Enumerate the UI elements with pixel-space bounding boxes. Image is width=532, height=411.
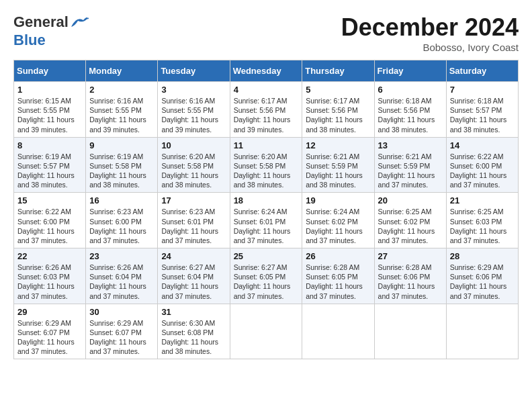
calendar-cell — [374, 304, 446, 359]
day-info: Sunrise: 6:29 AMSunset: 6:07 PMDaylight:… — [89, 319, 146, 356]
calendar-cell: 17 Sunrise: 6:23 AMSunset: 6:01 PMDaylig… — [158, 193, 230, 248]
day-number: 14 — [450, 140, 515, 150]
calendar-cell: 21 Sunrise: 6:25 AMSunset: 6:03 PMDaylig… — [446, 193, 518, 248]
calendar-cell: 30 Sunrise: 6:29 AMSunset: 6:07 PMDaylig… — [86, 304, 158, 359]
calendar-cell — [302, 304, 374, 359]
calendar-cell: 11 Sunrise: 6:20 AMSunset: 5:58 PMDaylig… — [230, 137, 302, 193]
day-info: Sunrise: 6:16 AMSunset: 5:55 PMDaylight:… — [161, 97, 218, 134]
day-info: Sunrise: 6:15 AMSunset: 5:55 PMDaylight:… — [17, 97, 75, 134]
day-info: Sunrise: 6:21 AMSunset: 5:59 PMDaylight:… — [378, 152, 435, 189]
day-info: Sunrise: 6:23 AMSunset: 6:00 PMDaylight:… — [89, 208, 146, 244]
weekday-header-tuesday: Tuesday — [158, 60, 230, 82]
calendar-cell: 29 Sunrise: 6:29 AMSunset: 6:07 PMDaylig… — [14, 304, 86, 359]
day-number: 3 — [161, 85, 226, 95]
day-info: Sunrise: 6:18 AMSunset: 5:56 PMDaylight:… — [378, 97, 435, 134]
calendar-cell: 16 Sunrise: 6:23 AMSunset: 6:00 PMDaylig… — [86, 193, 158, 248]
calendar-cell: 3 Sunrise: 6:16 AMSunset: 5:55 PMDayligh… — [158, 82, 230, 138]
logo-text-row: General — [13, 13, 89, 31]
calendar-cell: 22 Sunrise: 6:26 AMSunset: 6:03 PMDaylig… — [14, 248, 86, 304]
day-info: Sunrise: 6:22 AMSunset: 6:00 PMDaylight:… — [17, 208, 75, 244]
weekday-header-monday: Monday — [86, 60, 158, 82]
day-info: Sunrise: 6:16 AMSunset: 5:55 PMDaylight:… — [89, 97, 146, 134]
calendar-week-row: 1 Sunrise: 6:15 AMSunset: 5:55 PMDayligh… — [14, 82, 519, 138]
bird-icon — [70, 15, 89, 30]
logo-general-text: General — [13, 13, 69, 31]
calendar-cell: 8 Sunrise: 6:19 AMSunset: 5:57 PMDayligh… — [14, 137, 86, 193]
calendar-week-row: 8 Sunrise: 6:19 AMSunset: 5:57 PMDayligh… — [14, 137, 519, 193]
calendar-body: 1 Sunrise: 6:15 AMSunset: 5:55 PMDayligh… — [14, 82, 519, 359]
logo-blue-label: Blue — [13, 32, 46, 49]
title-area: December 2024 Bobosso, Ivory Coast — [341, 13, 519, 53]
calendar-cell: 19 Sunrise: 6:24 AMSunset: 6:02 PMDaylig… — [302, 193, 374, 248]
calendar-table: SundayMondayTuesdayWednesdayThursdayFrid… — [13, 60, 519, 359]
calendar-cell: 6 Sunrise: 6:18 AMSunset: 5:56 PMDayligh… — [374, 82, 446, 138]
day-number: 5 — [306, 85, 370, 95]
day-info: Sunrise: 6:23 AMSunset: 6:01 PMDaylight:… — [161, 208, 218, 244]
day-number: 18 — [234, 195, 299, 205]
calendar-cell: 4 Sunrise: 6:17 AMSunset: 5:56 PMDayligh… — [230, 82, 302, 138]
day-number: 30 — [89, 307, 154, 317]
day-info: Sunrise: 6:29 AMSunset: 6:07 PMDaylight:… — [17, 319, 75, 356]
calendar-cell: 12 Sunrise: 6:21 AMSunset: 5:59 PMDaylig… — [302, 137, 374, 193]
day-number: 7 — [450, 85, 515, 95]
day-number: 11 — [234, 140, 299, 150]
calendar-cell: 27 Sunrise: 6:28 AMSunset: 6:06 PMDaylig… — [374, 248, 446, 304]
day-number: 19 — [306, 195, 370, 205]
weekday-header-thursday: Thursday — [302, 60, 374, 82]
day-number: 2 — [89, 85, 154, 95]
day-number: 10 — [161, 140, 226, 150]
day-info: Sunrise: 6:24 AMSunset: 6:02 PMDaylight:… — [306, 208, 363, 244]
logo: General Blue — [13, 13, 89, 49]
day-number: 27 — [378, 251, 443, 261]
calendar-cell: 25 Sunrise: 6:27 AMSunset: 6:05 PMDaylig… — [230, 248, 302, 304]
day-info: Sunrise: 6:27 AMSunset: 6:05 PMDaylight:… — [234, 263, 291, 300]
day-info: Sunrise: 6:22 AMSunset: 6:00 PMDaylight:… — [450, 152, 507, 189]
day-info: Sunrise: 6:20 AMSunset: 5:58 PMDaylight:… — [161, 152, 218, 189]
day-info: Sunrise: 6:25 AMSunset: 6:03 PMDaylight:… — [450, 208, 507, 244]
day-info: Sunrise: 6:29 AMSunset: 6:06 PMDaylight:… — [450, 263, 507, 300]
day-info: Sunrise: 6:28 AMSunset: 6:06 PMDaylight:… — [378, 263, 435, 300]
day-number: 15 — [17, 195, 82, 205]
day-number: 1 — [17, 85, 82, 95]
day-info: Sunrise: 6:17 AMSunset: 5:56 PMDaylight:… — [306, 97, 363, 134]
day-number: 28 — [450, 251, 515, 261]
calendar-cell: 5 Sunrise: 6:17 AMSunset: 5:56 PMDayligh… — [302, 82, 374, 138]
day-number: 9 — [89, 140, 154, 150]
calendar-cell: 13 Sunrise: 6:21 AMSunset: 5:59 PMDaylig… — [374, 137, 446, 193]
day-number: 23 — [89, 251, 154, 261]
day-number: 13 — [378, 140, 443, 150]
calendar-cell: 20 Sunrise: 6:25 AMSunset: 6:02 PMDaylig… — [374, 193, 446, 248]
day-info: Sunrise: 6:26 AMSunset: 6:03 PMDaylight:… — [17, 263, 75, 300]
day-number: 16 — [89, 195, 154, 205]
day-info: Sunrise: 6:25 AMSunset: 6:02 PMDaylight:… — [378, 208, 435, 244]
logo-blue-row: Blue — [13, 32, 46, 49]
day-info: Sunrise: 6:19 AMSunset: 5:58 PMDaylight:… — [89, 152, 146, 189]
day-info: Sunrise: 6:27 AMSunset: 6:04 PMDaylight:… — [161, 263, 218, 300]
weekday-header-sunday: Sunday — [14, 60, 86, 82]
calendar-cell: 23 Sunrise: 6:26 AMSunset: 6:04 PMDaylig… — [86, 248, 158, 304]
calendar-cell: 28 Sunrise: 6:29 AMSunset: 6:06 PMDaylig… — [446, 248, 518, 304]
day-number: 8 — [17, 140, 82, 150]
calendar-cell: 9 Sunrise: 6:19 AMSunset: 5:58 PMDayligh… — [86, 137, 158, 193]
calendar-cell: 14 Sunrise: 6:22 AMSunset: 6:00 PMDaylig… — [446, 137, 518, 193]
weekday-header-wednesday: Wednesday — [230, 60, 302, 82]
day-number: 4 — [234, 85, 299, 95]
month-title: December 2024 — [341, 13, 519, 42]
calendar-cell — [230, 304, 302, 359]
calendar-cell: 2 Sunrise: 6:16 AMSunset: 5:55 PMDayligh… — [86, 82, 158, 138]
day-number: 20 — [378, 195, 443, 205]
day-info: Sunrise: 6:17 AMSunset: 5:56 PMDaylight:… — [234, 97, 291, 134]
calendar-cell: 31 Sunrise: 6:30 AMSunset: 6:08 PMDaylig… — [158, 304, 230, 359]
page-header: General Blue December 2024 Bobosso, Ivor… — [13, 13, 519, 53]
day-number: 6 — [378, 85, 443, 95]
day-number: 12 — [306, 140, 370, 150]
day-info: Sunrise: 6:18 AMSunset: 5:57 PMDaylight:… — [450, 97, 507, 134]
calendar-cell: 15 Sunrise: 6:22 AMSunset: 6:00 PMDaylig… — [14, 193, 86, 248]
calendar-week-row: 29 Sunrise: 6:29 AMSunset: 6:07 PMDaylig… — [14, 304, 519, 359]
day-number: 25 — [234, 251, 299, 261]
day-info: Sunrise: 6:24 AMSunset: 6:01 PMDaylight:… — [234, 208, 291, 244]
location: Bobosso, Ivory Coast — [341, 42, 519, 53]
day-info: Sunrise: 6:21 AMSunset: 5:59 PMDaylight:… — [306, 152, 363, 189]
day-number: 22 — [17, 251, 82, 261]
calendar-cell: 7 Sunrise: 6:18 AMSunset: 5:57 PMDayligh… — [446, 82, 518, 138]
